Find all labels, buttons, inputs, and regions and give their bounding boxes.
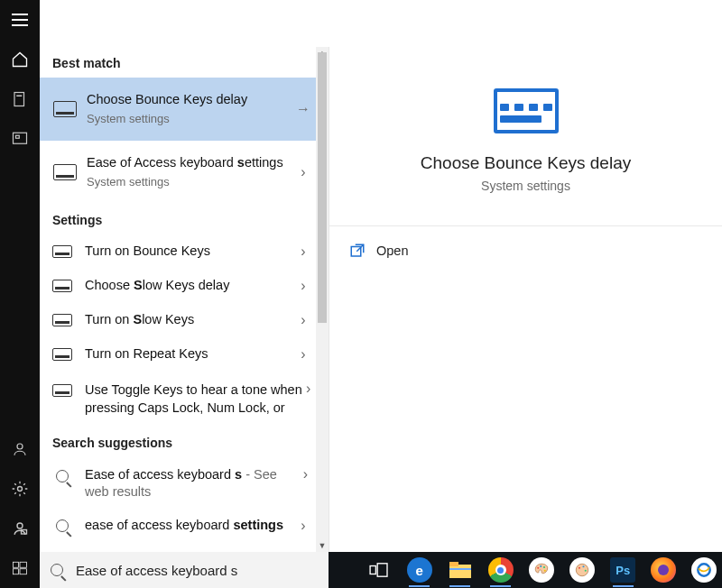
chevron-right-icon[interactable]: ›	[292, 164, 314, 180]
hamburger-icon[interactable]	[0, 0, 40, 40]
search-input-row[interactable]: Ease of access keyboard s	[40, 552, 329, 588]
keyboard-icon	[494, 88, 559, 133]
svg-point-20	[543, 566, 545, 568]
arrow-right-icon[interactable]: →	[292, 101, 314, 117]
svg-rect-15	[449, 565, 471, 578]
suggestions-header: Search suggestions	[40, 427, 316, 457]
scrollbar[interactable]: ▲ ▼	[316, 47, 329, 552]
chevron-right-icon[interactable]: ›	[292, 518, 314, 534]
svg-rect-2	[14, 133, 27, 143]
result-setting-item[interactable]: Turn on Slow Keys ›	[40, 303, 316, 337]
ie-icon[interactable]	[687, 552, 722, 588]
details-subtitle: System settings	[481, 179, 570, 193]
keyboard-icon	[52, 310, 72, 330]
svg-rect-9	[20, 562, 27, 567]
result-ease-of-access[interactable]: Ease of Access keyboard settings System …	[40, 141, 316, 204]
svg-point-19	[540, 565, 542, 567]
keyboard-icon	[52, 345, 72, 364]
svg-rect-8	[14, 562, 19, 567]
scrollbar-thumb[interactable]	[318, 52, 327, 323]
svg-point-4	[17, 444, 23, 449]
result-title: Use Toggle Keys to hear a tone when pres…	[85, 381, 303, 418]
svg-rect-14	[377, 564, 387, 576]
result-subtitle: System settings	[87, 111, 292, 127]
paint-alt-icon[interactable]	[565, 552, 600, 588]
keyboard-icon	[52, 276, 72, 296]
svg-point-5	[18, 487, 23, 492]
svg-rect-17	[449, 568, 471, 570]
result-title: Choose Slow Keys delay	[85, 277, 292, 295]
scroll-down-icon[interactable]: ▼	[316, 539, 329, 552]
details-pane: Choose Bounce Keys delay System settings…	[329, 47, 722, 552]
result-title: ease of access keyboard settings	[85, 517, 292, 535]
result-suggestion-item[interactable]: ease of access keyboard shortcuts ›	[40, 543, 316, 552]
result-setting-item[interactable]: Turn on Bounce Keys ›	[40, 234, 316, 269]
rail-settings-icon[interactable]	[0, 469, 40, 509]
open-label: Open	[376, 243, 408, 258]
firefox-icon[interactable]	[646, 552, 681, 588]
rail-pictures-icon[interactable]	[0, 119, 40, 159]
rail-power-icon[interactable]	[0, 509, 40, 548]
svg-rect-10	[14, 569, 19, 574]
keyboard-icon	[52, 99, 78, 119]
task-view-icon[interactable]	[361, 552, 396, 588]
rail-home-icon[interactable]	[0, 40, 40, 79]
search-icon	[52, 516, 72, 536]
svg-rect-0	[14, 93, 24, 106]
result-title: Choose Bounce Keys delay	[87, 91, 292, 109]
search-icon	[51, 564, 67, 576]
result-best-match[interactable]: Choose Bounce Keys delay System settings…	[40, 78, 316, 141]
best-match-header: Best match	[40, 47, 316, 78]
svg-point-6	[17, 523, 23, 528]
chevron-right-icon[interactable]: ›	[292, 243, 314, 260]
result-setting-item[interactable]: Choose Slow Keys delay ›	[40, 269, 316, 303]
settings-header: Settings	[40, 204, 316, 234]
open-icon	[349, 243, 366, 259]
search-icon	[52, 466, 72, 486]
result-subtitle: System settings	[87, 174, 292, 190]
rail-documents-icon[interactable]	[0, 79, 40, 119]
result-suggestion-item[interactable]: Ease of access keyboard s - See web resu…	[40, 457, 316, 509]
start-rail	[0, 0, 40, 588]
result-title: Turn on Bounce Keys	[85, 243, 292, 261]
keyboard-icon	[52, 381, 72, 400]
chrome-icon[interactable]	[483, 552, 518, 588]
svg-rect-11	[20, 569, 27, 574]
result-title: Ease of access keyboard s - See web resu…	[85, 466, 297, 501]
chevron-right-icon[interactable]: ›	[292, 278, 314, 294]
taskbar: e Ps	[329, 552, 722, 588]
svg-point-18	[537, 567, 539, 569]
result-setting-item[interactable]: Use Toggle Keys to hear a tone when pres…	[40, 372, 316, 427]
search-results-column: Best match Choose Bounce Keys delay Syst…	[40, 47, 329, 552]
chevron-right-icon[interactable]: ›	[292, 312, 314, 328]
result-title: Ease of Access keyboard settings	[87, 154, 292, 172]
search-text: Ease of access keyboard s	[76, 563, 237, 578]
svg-point-23	[579, 567, 580, 569]
svg-point-22	[576, 564, 588, 576]
edge-icon[interactable]: e	[402, 552, 437, 588]
keyboard-icon	[52, 242, 72, 262]
svg-point-24	[583, 565, 585, 567]
rail-windows-icon[interactable]	[0, 548, 40, 588]
details-title: Choose Bounce Keys delay	[421, 153, 631, 173]
svg-point-25	[585, 570, 587, 572]
file-explorer-icon[interactable]	[442, 552, 477, 588]
result-title: Turn on Repeat Keys	[85, 345, 292, 363]
svg-rect-13	[370, 566, 375, 574]
svg-rect-16	[449, 562, 458, 566]
svg-point-21	[544, 570, 546, 572]
svg-rect-3	[16, 135, 20, 138]
result-suggestion-item[interactable]: ease of access keyboard settings ›	[40, 509, 316, 543]
keyboard-icon	[52, 162, 78, 182]
paint-icon[interactable]	[523, 552, 559, 588]
rail-account-icon[interactable]	[0, 429, 40, 469]
open-action[interactable]: Open	[349, 243, 702, 259]
chevron-right-icon[interactable]: ›	[303, 381, 314, 397]
chevron-right-icon[interactable]: ›	[292, 346, 314, 363]
result-setting-item[interactable]: Turn on Repeat Keys ›	[40, 337, 316, 372]
chevron-right-icon[interactable]: ›	[297, 466, 314, 482]
result-title: Turn on Slow Keys	[85, 311, 292, 329]
svg-rect-1	[16, 96, 22, 97]
photoshop-icon[interactable]: Ps	[606, 552, 641, 588]
